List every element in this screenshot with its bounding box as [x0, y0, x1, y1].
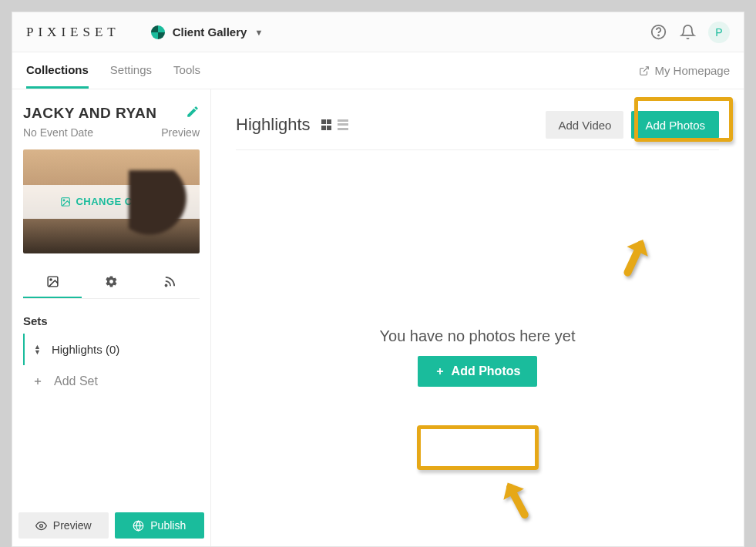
- add-set-button[interactable]: Add Set: [23, 365, 200, 398]
- main-header: Highlights Add Video Add Photos: [236, 111, 719, 150]
- svg-point-4: [63, 200, 65, 201]
- no-event-date: No Event Date: [23, 126, 93, 139]
- app-window: PIXIESET Client Gallery ▼ P Collections …: [12, 12, 744, 547]
- svg-point-6: [50, 278, 52, 280]
- collection-meta: No Event Date Preview: [23, 126, 200, 139]
- main-title: Highlights: [236, 115, 311, 135]
- sidebar: JACKY AND RYAN No Event Date Preview CHA…: [12, 89, 211, 546]
- rss-icon: [163, 275, 176, 288]
- app-switcher[interactable]: Client Gallery ▼: [151, 25, 264, 39]
- sidebar-tabs: [23, 266, 200, 299]
- annotation-arrow-center: [496, 475, 535, 524]
- sort-handle-icon[interactable]: ▲▼: [34, 344, 41, 355]
- annotation-arrow-top: [617, 232, 655, 281]
- photos-icon: [46, 275, 59, 288]
- sidebar-tab-settings[interactable]: [82, 266, 140, 298]
- list-view-icon[interactable]: [338, 119, 349, 131]
- external-link-icon: [639, 65, 650, 76]
- add-photos-button-top[interactable]: Add Photos: [631, 111, 719, 139]
- sidebar-tab-photos[interactable]: [23, 266, 82, 298]
- annotation-highlight-center: [417, 425, 539, 470]
- tabs-row: Collections Settings Tools My Homepage: [12, 52, 744, 89]
- preview-link[interactable]: Preview: [161, 126, 200, 139]
- sidebar-footer: Preview Publish: [12, 505, 210, 546]
- svg-point-10: [39, 524, 42, 527]
- collection-title-row: JACKY AND RYAN: [23, 105, 200, 122]
- chevron-down-icon: ▼: [254, 28, 263, 37]
- client-gallery-icon: [151, 25, 165, 39]
- tab-collections[interactable]: Collections: [26, 52, 89, 89]
- grid-view-icon[interactable]: [321, 119, 333, 131]
- notifications-icon[interactable]: [673, 18, 702, 47]
- pencil-icon[interactable]: [186, 105, 200, 122]
- gear-icon: [105, 275, 118, 288]
- add-photos-button-center[interactable]: Add Photos: [418, 356, 538, 387]
- sidebar-tab-rss[interactable]: [141, 266, 200, 298]
- avatar[interactable]: P: [708, 22, 730, 43]
- set-item-highlights[interactable]: ▲▼ Highlights (0): [23, 334, 200, 365]
- plus-icon: [32, 376, 43, 387]
- empty-state-text: You have no photos here yet: [380, 327, 576, 345]
- change-cover-button[interactable]: CHANGE COVER: [23, 185, 200, 219]
- top-header: PIXIESET Client Gallery ▼ P: [12, 12, 744, 52]
- globe-icon: [133, 520, 144, 532]
- my-homepage-link[interactable]: My Homepage: [639, 52, 730, 89]
- publish-button[interactable]: Publish: [115, 512, 205, 539]
- plus-icon: [435, 366, 445, 377]
- main: Highlights Add Video Add Photos You have…: [211, 89, 744, 546]
- sets-label: Sets: [23, 314, 200, 327]
- tab-settings[interactable]: Settings: [110, 52, 152, 89]
- app-switcher-label: Client Gallery: [173, 25, 247, 39]
- cover-image: CHANGE COVER: [23, 149, 200, 253]
- help-icon[interactable]: [643, 18, 673, 47]
- svg-point-1: [657, 35, 658, 35]
- body: JACKY AND RYAN No Event Date Preview CHA…: [12, 89, 744, 546]
- preview-button[interactable]: Preview: [18, 512, 109, 539]
- set-item-label: Highlights (0): [52, 343, 119, 356]
- svg-line-2: [643, 66, 648, 71]
- view-toggle: [321, 119, 349, 131]
- tab-tools[interactable]: Tools: [173, 52, 200, 89]
- svg-point-7: [166, 284, 167, 286]
- collection-title: JACKY AND RYAN: [23, 105, 156, 122]
- eye-icon: [35, 520, 47, 532]
- brand-logo: PIXIESET: [26, 25, 151, 40]
- add-video-button[interactable]: Add Video: [546, 111, 623, 139]
- image-icon: [60, 196, 71, 207]
- empty-state: You have no photos here yet Add Photos: [236, 327, 719, 387]
